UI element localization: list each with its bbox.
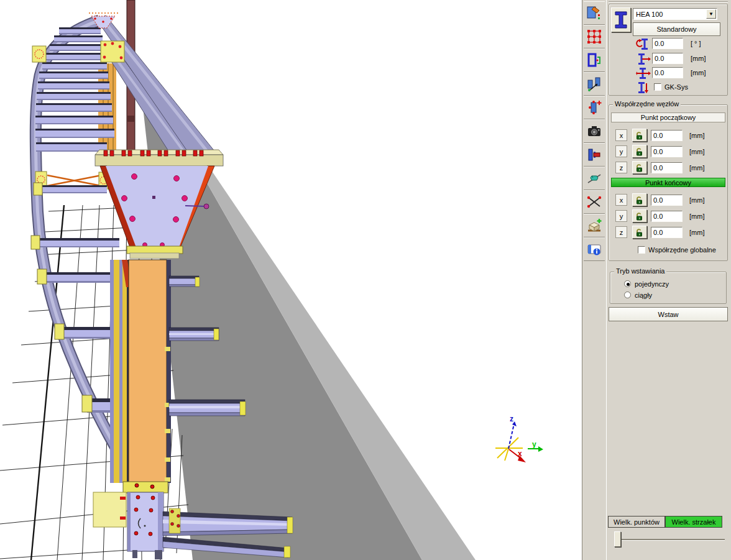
end-z-unit: [mm] xyxy=(689,227,704,238)
global-coords-label: Współrzędne globalne xyxy=(648,246,716,254)
camera-button[interactable] xyxy=(584,119,605,143)
axis-letter: x xyxy=(620,196,623,204)
node-3d-icon xyxy=(586,170,602,186)
standard-button-label: Standardowy xyxy=(656,25,696,33)
start-y-axis-button[interactable]: y xyxy=(615,145,627,157)
chevron-down-icon[interactable]: ▼ xyxy=(706,9,716,19)
profile-picker-button[interactable] xyxy=(611,7,631,32)
start-z-axis-button[interactable]: z xyxy=(615,162,627,173)
node-cut-icon xyxy=(586,194,602,210)
size-slider-thumb[interactable] xyxy=(614,531,621,547)
axis-letter: y xyxy=(620,148,623,155)
profile-select[interactable]: HEA 100 ▼ xyxy=(633,8,717,20)
end-y-input[interactable]: 0.0 xyxy=(651,211,683,222)
node-grid-button[interactable] xyxy=(584,25,605,48)
insert-button-label: Wstaw xyxy=(658,311,679,318)
start-y-lock-button[interactable] xyxy=(632,145,647,158)
start-y-input[interactable]: 0.0 xyxy=(651,146,683,157)
offset1-unit: [mm] xyxy=(691,53,706,64)
axis-z-label: z xyxy=(510,415,513,423)
axis-triad: z y x xyxy=(495,415,543,462)
box-add-icon xyxy=(586,218,602,234)
global-coords-checkbox[interactable] xyxy=(638,246,645,254)
radio-selected-dot xyxy=(627,283,630,286)
start-x-unit: [mm] xyxy=(689,130,704,141)
beam-nodes-add-icon xyxy=(586,99,602,116)
axis-letter: x xyxy=(620,132,623,139)
offset1-input[interactable]: 0.0 xyxy=(652,53,683,64)
gksys-label: GK-Sys xyxy=(664,83,688,91)
start-x-lock-button[interactable] xyxy=(632,129,647,142)
properties-panel: HEA 100 ▼ Standardowy 0.0 [ ° ] 0.0 [mm] xyxy=(606,0,731,560)
info-window-button[interactable] xyxy=(584,237,605,261)
standard-button[interactable]: Standardowy xyxy=(633,22,720,36)
end-y-unit: [mm] xyxy=(689,211,704,222)
info-window-icon xyxy=(586,241,602,257)
end-z-lock-button[interactable] xyxy=(632,226,647,239)
radio-continuous-label[interactable]: ciągły xyxy=(635,291,652,300)
start-x-axis-button[interactable]: x xyxy=(615,129,627,141)
rotate-profile-icon xyxy=(636,37,651,51)
lock-open-icon xyxy=(635,212,644,221)
start-point-label: Punkt początkowy xyxy=(641,114,696,121)
end-x-axis-button[interactable]: x xyxy=(615,194,627,206)
node-3d-button[interactable] xyxy=(584,167,605,190)
profile-edit-button[interactable] xyxy=(584,1,605,25)
lock-open-icon xyxy=(635,147,644,156)
lock-open-icon xyxy=(635,196,644,204)
angle-input[interactable]: 0.0 xyxy=(652,38,683,49)
lock-open-icon xyxy=(635,163,644,172)
point-size-tab[interactable]: Wielk. punktów xyxy=(608,516,665,528)
radio-continuous[interactable] xyxy=(624,291,631,298)
node-cut-button[interactable] xyxy=(584,190,605,214)
start-y-unit: [mm] xyxy=(689,146,704,157)
connection-icon xyxy=(586,147,602,163)
end-z-input[interactable]: 0.0 xyxy=(651,227,683,238)
start-z-input[interactable]: 0.0 xyxy=(651,162,683,173)
arrow-size-tab[interactable]: Wielk. strzałek xyxy=(665,516,722,528)
radio-single[interactable] xyxy=(624,280,631,287)
offset-both-icon xyxy=(636,67,651,80)
end-point-label: Punkt końcowy xyxy=(645,179,691,186)
previous-group-edge xyxy=(609,0,728,2)
arrow-size-label: Wielk. strzałek xyxy=(672,518,716,526)
offset-down-icon xyxy=(636,81,651,94)
offset2-input[interactable]: 0.0 xyxy=(652,67,683,78)
gksys-checkbox[interactable] xyxy=(654,83,661,91)
offset2-unit: [mm] xyxy=(691,67,706,78)
offset-horizontal-icon xyxy=(636,52,651,66)
end-x-input[interactable]: 0.0 xyxy=(651,195,683,206)
axis-x-label: x xyxy=(518,449,522,458)
box-add-button[interactable] xyxy=(584,214,605,237)
end-point-header[interactable]: Punkt końcowy xyxy=(611,178,725,187)
application-window: z y x xyxy=(0,0,731,560)
end-y-lock-button[interactable] xyxy=(632,209,647,223)
coords-group-title: Współrzędne węzłów xyxy=(613,101,681,108)
insert-button[interactable]: Wstaw xyxy=(609,307,728,321)
beam-move-button[interactable] xyxy=(584,72,605,96)
profile-copy-button[interactable] xyxy=(584,48,605,72)
lock-open-icon xyxy=(635,131,644,140)
end-x-lock-button[interactable] xyxy=(632,193,647,206)
end-x-unit: [mm] xyxy=(689,195,704,206)
beam-move-icon xyxy=(586,76,602,92)
size-slider-track[interactable] xyxy=(614,539,725,541)
left-tool-strip xyxy=(582,0,607,560)
beam-nodes-add-button[interactable] xyxy=(584,96,605,119)
axis-y-label: y xyxy=(532,440,536,449)
viewport-3d[interactable]: z y x xyxy=(0,0,582,560)
start-x-input[interactable]: 0.0 xyxy=(651,130,683,141)
angle-unit: [ ° ] xyxy=(691,38,701,49)
start-z-unit: [mm] xyxy=(689,162,704,173)
end-y-axis-button[interactable]: y xyxy=(615,210,627,222)
start-point-header[interactable]: Punkt początkowy xyxy=(611,112,725,122)
point-size-label: Wielk. punktów xyxy=(614,518,660,526)
radio-single-label[interactable]: pojedynczy xyxy=(635,280,669,288)
end-z-axis-button[interactable]: z xyxy=(615,226,627,238)
start-z-lock-button[interactable] xyxy=(632,161,647,174)
main-column[interactable] xyxy=(110,260,171,483)
axis-letter: y xyxy=(620,213,623,220)
model-scene[interactable]: z y x xyxy=(0,0,582,560)
connection-button[interactable] xyxy=(584,143,605,167)
column-base[interactable] xyxy=(93,482,168,559)
